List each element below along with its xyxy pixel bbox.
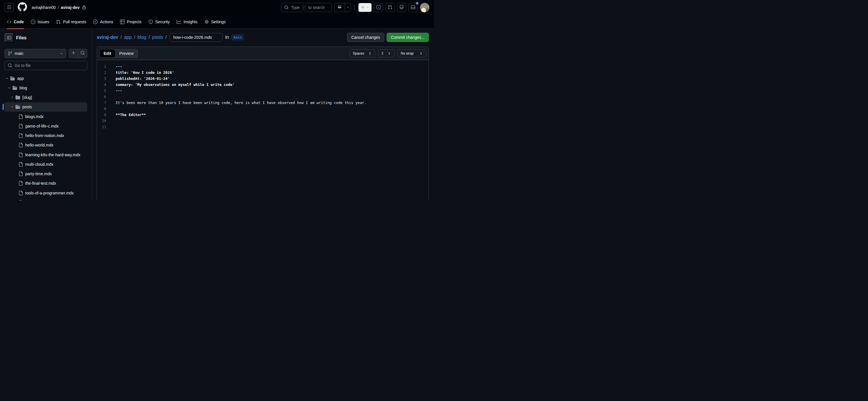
code-editor[interactable]: 1---2title: 'How I code in 2026'3publish…	[97, 60, 429, 200]
tab-actions[interactable]: Actions	[90, 15, 116, 29]
tab-label: Pull requests	[63, 20, 86, 24]
tab-code[interactable]: Code	[4, 15, 27, 29]
tree-item-posts[interactable]: posts	[5, 102, 87, 112]
tree-item-app[interactable]: app	[5, 74, 87, 83]
tree-item-slug[interactable]: [slug]	[5, 93, 87, 102]
up-down-icon	[419, 51, 423, 55]
branch-name: main	[14, 51, 23, 56]
select-value: 2	[381, 51, 383, 55]
plus-icon	[361, 5, 365, 10]
pull-requests-button[interactable]	[385, 3, 395, 12]
editor-line-7[interactable]: 7It's been more than 10 years I have bee…	[97, 100, 429, 106]
breadcrumb-separator: /	[149, 35, 150, 40]
git-pull-request-icon	[56, 20, 61, 24]
editor-line-5[interactable]: 5---	[97, 88, 429, 94]
repositories-button[interactable]	[397, 3, 406, 12]
tree-item-learning-k8s-the-hard-way-mdx[interactable]: learning-k8s-the-hard-way.mdx	[5, 150, 87, 160]
breadcrumb-link-posts[interactable]: posts	[152, 35, 163, 40]
issues-button[interactable]	[374, 3, 383, 12]
tab-pull-requests[interactable]: Pull requests	[53, 15, 89, 29]
tab-settings[interactable]: Settings	[202, 15, 229, 29]
tab-issues[interactable]: Issues	[28, 15, 52, 29]
avatar[interactable]	[420, 3, 429, 12]
tree-item-party-time-mdx[interactable]: party-time.mdx	[5, 169, 87, 179]
tab-label: Settings	[211, 20, 226, 24]
tab-preview[interactable]: Preview	[115, 49, 137, 57]
file-icon	[19, 191, 23, 195]
branch-chip[interactable]: main	[231, 34, 244, 40]
tab-security[interactable]: Security	[146, 15, 173, 29]
search-icon	[8, 63, 12, 68]
sidebar-collapse-icon	[7, 35, 11, 41]
tree-item-label: hello-from-notion.mdx	[25, 133, 64, 138]
tree-item-label: blog	[20, 86, 27, 90]
editor-line-4[interactable]: 4summary: 'My observations on myself whi…	[97, 82, 429, 88]
tree-item-game-of-life-c-mdx[interactable]: game-of-life-c.mdx	[5, 121, 87, 131]
global-search-input[interactable]: Type / to search	[281, 3, 332, 12]
go-to-file-input[interactable]: Go to file	[5, 61, 87, 70]
tab-edit[interactable]: Edit	[100, 49, 115, 57]
tree-item-tools-of-a-programmer-mdx[interactable]: tools-of-a-programmer.mdx	[5, 188, 87, 198]
search-icon	[284, 5, 289, 10]
tree-item-label: multi-cloud.mdx	[25, 162, 53, 167]
notifications-wrap	[408, 3, 417, 12]
editor-line-2[interactable]: 2title: 'How I code in 2026'	[97, 69, 429, 76]
create-new-button[interactable]	[358, 3, 372, 12]
copilot-dropdown-caret[interactable]	[345, 3, 351, 12]
copilot-button[interactable]	[334, 3, 351, 12]
line-text: It's been more than 10 years I have been…	[108, 100, 366, 106]
hamburger-menu-button[interactable]	[5, 3, 14, 12]
breadcrumb-link-app[interactable]: app	[124, 35, 132, 40]
branch-selector-button[interactable]: main	[5, 49, 66, 58]
tree-item-multi-cloud-mdx[interactable]: multi-cloud.mdx	[5, 160, 87, 169]
header-repo-link[interactable]: aviraj-dev	[61, 5, 80, 10]
tree-item-zig-vs-python-on-fibonacci-m[interactable]: zig-vs-python-on-fibonacci.m...	[5, 198, 87, 200]
editor-line-8[interactable]: 8	[97, 106, 429, 112]
select-indent-mode[interactable]: Spaces	[350, 49, 375, 57]
plus-icon	[71, 51, 76, 56]
cancel-changes-button[interactable]: Cancel changes	[347, 33, 384, 42]
tab-projects[interactable]: Projects	[117, 15, 144, 29]
header-divider	[354, 5, 355, 10]
tree-item-label: party-time.mdx	[25, 171, 52, 176]
editor-line-3[interactable]: 3publishedAt: '2026-01-24'	[97, 76, 429, 82]
repo-icon	[399, 5, 404, 10]
add-file-button[interactable]	[69, 49, 78, 58]
select-indent-size[interactable]: 2	[378, 49, 394, 57]
tree-item-label: game-of-life-c.mdx	[25, 124, 59, 128]
tree-item-label: blogs.mdx	[25, 114, 43, 119]
tree-item-blog[interactable]: blog	[5, 83, 87, 92]
editor-line-10[interactable]: 10	[97, 118, 429, 124]
tab-insights[interactable]: Insights	[174, 15, 200, 29]
editor-line-9[interactable]: 9**The Editor**	[97, 112, 429, 118]
editor-line-6[interactable]: 6	[97, 94, 429, 100]
copilot-icon[interactable]	[334, 3, 345, 12]
up-down-icon	[368, 51, 372, 55]
header-user-link[interactable]: avirajkhare00	[32, 5, 56, 10]
select-wrap-mode[interactable]: No wrap	[398, 49, 426, 57]
tree-item-label: posts	[22, 105, 32, 109]
file-icon	[19, 181, 23, 185]
line-text: summary: 'My observations on myself whil…	[108, 82, 235, 88]
editor-line-11[interactable]: 11	[97, 124, 429, 130]
tree-item-hello-from-notion-mdx[interactable]: hello-from-notion.mdx	[5, 131, 87, 140]
collapse-sidebar-button[interactable]	[5, 33, 14, 42]
tree-item-hello-world-mdx[interactable]: hello-world.mdx	[5, 140, 87, 150]
github-logo[interactable]	[18, 2, 27, 12]
search-files-button[interactable]	[78, 49, 87, 58]
tree-item-blogs-mdx[interactable]: blogs.mdx	[5, 112, 87, 121]
breadcrumb-separator: /	[58, 5, 59, 10]
file-icon	[19, 152, 23, 157]
filename-input[interactable]	[169, 33, 222, 41]
breadcrumb-link-aviraj-dev[interactable]: aviraj-dev	[97, 35, 118, 40]
breadcrumb-link-blog[interactable]: blog	[137, 35, 146, 40]
tree-item-the-final-test-mdx[interactable]: the-final-test.mdx	[5, 179, 87, 188]
go-to-file-placeholder: Go to file	[14, 63, 31, 68]
editor-line-1[interactable]: 1---	[97, 63, 429, 69]
file-icon	[19, 133, 23, 138]
file-header-row: aviraj-dev/app/blog/posts/ in main Cance…	[97, 33, 429, 42]
search-placeholder-suffix: to search	[308, 5, 325, 10]
git-pull-request-icon	[388, 5, 392, 10]
graph-icon	[177, 20, 181, 24]
commit-changes-button[interactable]: Commit changes...	[386, 33, 429, 42]
